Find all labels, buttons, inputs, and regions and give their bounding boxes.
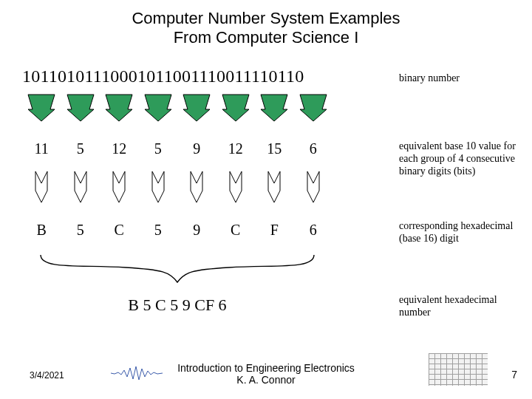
base10-value: 15: [255, 140, 294, 157]
slide-title: Computer Number System Examples From Com…: [0, 0, 532, 48]
binary-number: 10110101110001011001110011110110: [22, 66, 414, 86]
base10-row: 11 5 12 5 9 12 15 6: [22, 140, 332, 157]
hex-digits-row: B 5 C 5 9 C F 6: [22, 222, 332, 239]
title-line-1: Computer Number System Examples: [0, 9, 532, 28]
hex-number: B 5 C 5 9 CF 6: [22, 296, 332, 315]
group-arrow-icon: [143, 93, 173, 123]
chevron-down-icon: [188, 170, 205, 205]
hex-digit: 5: [139, 222, 178, 239]
hex-digit: C: [216, 222, 256, 239]
label-base10: equivalent base 10 value for each group …: [399, 140, 525, 177]
title-line-2: From Computer Science I: [0, 28, 532, 47]
base10-value: 12: [216, 140, 256, 157]
base10-value: 9: [177, 140, 216, 157]
chevron-down-icon: [305, 170, 321, 205]
group-arrow-icon: [259, 93, 289, 123]
base10-value: 6: [294, 140, 333, 157]
curly-brace-icon: [37, 251, 318, 284]
chevron-arrows-row: [22, 170, 332, 205]
base10-value: 5: [139, 140, 178, 157]
footer-page-number: 7: [511, 369, 517, 381]
chevron-down-icon: [150, 170, 166, 205]
hex-digit: 6: [294, 222, 333, 239]
base10-value: 11: [22, 140, 61, 157]
label-hexdigit: corresponding hexadecimal (base 16) digi…: [399, 220, 525, 245]
hex-digit: F: [255, 222, 294, 239]
group-arrow-icon: [104, 93, 134, 123]
group-arrow-icon: [299, 93, 328, 123]
group-arrow-icon: [66, 93, 95, 123]
hex-digit: 5: [61, 222, 100, 239]
hex-digit: B: [22, 222, 61, 239]
base10-value: 5: [61, 140, 100, 157]
base10-value: 12: [100, 140, 139, 157]
group-arrows-row: [22, 93, 332, 123]
label-binary: binary number: [399, 72, 525, 85]
hex-digit: C: [100, 222, 139, 239]
group-arrow-icon: [221, 93, 250, 123]
hex-digit: 9: [177, 222, 216, 239]
group-arrow-icon: [27, 93, 56, 123]
diagram-thumbnail: [429, 353, 488, 386]
label-hexnum: equivalent hexadecimal number: [399, 294, 525, 319]
group-arrow-icon: [182, 93, 211, 123]
content-stage: 10110101110001011001110011110110 11 5 12…: [22, 66, 414, 86]
chevron-down-icon: [72, 170, 89, 205]
chevron-down-icon: [111, 170, 127, 205]
chevron-down-icon: [33, 170, 50, 205]
chevron-down-icon: [266, 170, 282, 205]
chevron-down-icon: [228, 170, 244, 205]
